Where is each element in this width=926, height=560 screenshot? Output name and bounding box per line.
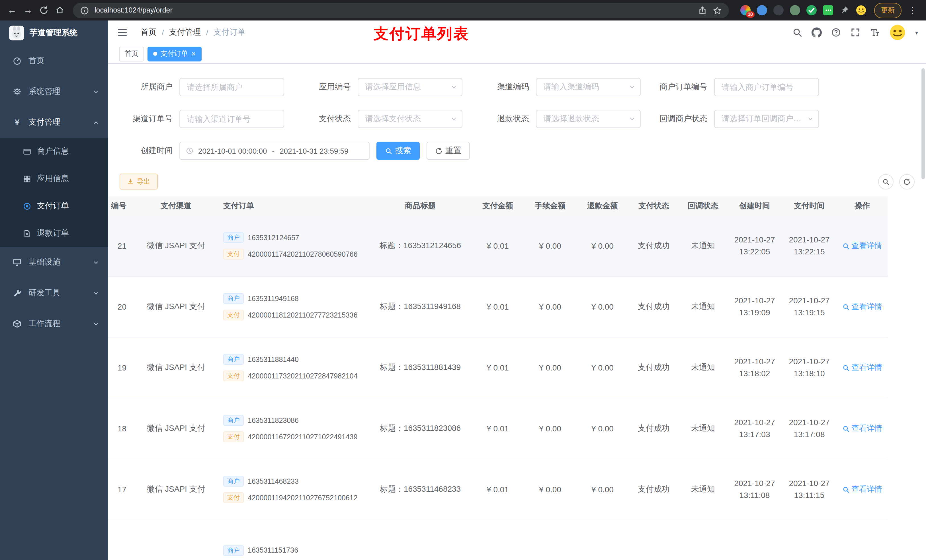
font-size-icon[interactable] xyxy=(870,27,880,38)
sidebar-item-dev-tools[interactable]: 研发工具 xyxy=(0,278,108,308)
browser-menu-button[interactable]: ⋮ xyxy=(905,5,920,15)
site-info-icon[interactable] xyxy=(80,5,89,15)
github-icon[interactable] xyxy=(811,27,822,38)
tab-home[interactable]: 首页 xyxy=(119,46,144,61)
sidebar-item-merchant-info[interactable]: 商户信息 xyxy=(0,138,108,165)
sidebar-toggle-button[interactable] xyxy=(117,27,128,38)
cell-pay-time: 2021-10-2713:22:15 xyxy=(782,216,837,276)
logo-title: 芋道管理系统 xyxy=(30,28,77,38)
chevron-up-icon xyxy=(93,119,99,125)
share-icon[interactable] xyxy=(698,5,707,15)
pay-submenu: 商户信息 应用信息 支付订单 xyxy=(0,138,108,247)
cell-channel: 微信 JSAPI 支付 xyxy=(133,459,219,519)
breadcrumb-item-pay-management[interactable]: 支付管理 xyxy=(169,27,201,38)
help-icon[interactable] xyxy=(831,27,841,38)
page-title: 支付订单列表 xyxy=(374,24,469,44)
extension-icon-blue[interactable] xyxy=(757,5,767,15)
cell-notify-status: 未通知 xyxy=(679,459,727,519)
breadcrumb-item-home[interactable]: 首页 xyxy=(141,27,157,38)
table-row: 19 微信 JSAPI 支付 商户1635311881440 支付4200001… xyxy=(108,338,888,398)
cell-pay-status xyxy=(629,520,679,560)
export-button[interactable]: 导出 xyxy=(120,174,158,190)
bookmark-star-icon[interactable] xyxy=(713,5,722,15)
app-grid-icon xyxy=(23,174,31,183)
merchant-order-no-input[interactable] xyxy=(715,78,819,96)
view-detail-link[interactable]: 查看详情 xyxy=(842,241,882,251)
cell-refund-amount: ¥ 0.00 xyxy=(576,398,629,459)
extension-icon-chat[interactable] xyxy=(823,5,833,15)
sidebar-item-pay-management[interactable]: ¥ 支付管理 xyxy=(0,107,108,138)
merchant-tag: 商户 xyxy=(223,354,244,365)
orders-table: 编号 支付渠道 支付订单 商品标题 支付金额 手续金额 退款金额 支付状态 回调… xyxy=(108,196,926,560)
filter-channel-order-no: 渠道订单号 xyxy=(111,110,289,128)
address-bar[interactable]: localhost:1024/pay/order xyxy=(73,3,729,18)
cell-id: 21 xyxy=(108,216,133,276)
browser-back-button[interactable]: ← xyxy=(6,4,18,17)
cell-channel xyxy=(133,520,219,560)
extensions-pin-icon[interactable] xyxy=(840,5,850,15)
browser-forward-button[interactable]: → xyxy=(22,4,34,17)
cell-fee-amount: ¥ 0.00 xyxy=(524,459,576,519)
cell-create-time: 2021-10-2713:11:08 xyxy=(727,459,782,519)
app-logo: 芋道管理系统 xyxy=(0,21,108,45)
user-avatar[interactable] xyxy=(889,24,906,41)
topbar: 首页 / 支付管理 / 支付订单 支付订单列表 xyxy=(108,21,926,44)
refresh-icon xyxy=(435,147,442,154)
cell-channel: 微信 JSAPI 支付 xyxy=(133,398,219,459)
page-scrollbar-thumb[interactable] xyxy=(921,68,925,179)
sidebar-item-infrastructure[interactable]: 基础设施 xyxy=(0,247,108,278)
date-range-picker[interactable]: 2021-10-01 00:00:00 - 2021-10-31 23:59:5… xyxy=(179,142,369,160)
notify-status-select[interactable]: 请选择订单回调商户状态 xyxy=(714,110,819,128)
channel-order-no-input[interactable] xyxy=(180,110,284,127)
cell-order: 商户1635311468233 支付4200001194202110276752… xyxy=(219,459,369,519)
cell-id: 18 xyxy=(108,398,133,459)
active-tab-dot xyxy=(153,52,157,56)
merchant-tag: 商户 xyxy=(223,476,244,487)
extension-icon-colorwheel[interactable]: 10 xyxy=(740,5,750,15)
document-icon xyxy=(23,229,31,238)
view-detail-link[interactable]: 查看详情 xyxy=(842,484,882,495)
box-icon xyxy=(12,319,22,328)
view-detail-link[interactable]: 查看详情 xyxy=(842,362,882,373)
cell-pay-status: 支付成功 xyxy=(629,276,679,337)
sidebar-item-refund-order[interactable]: 退款订单 xyxy=(0,220,108,247)
extension-icon-dark[interactable] xyxy=(773,5,784,15)
view-detail-link[interactable]: 查看详情 xyxy=(842,423,882,434)
reset-button[interactable]: 重置 xyxy=(427,142,470,160)
filter-merchant-order-no: 商户订单编号 xyxy=(646,78,824,96)
cell-title: 标题：1635311823086 xyxy=(369,398,472,459)
extensions-area: 10 xyxy=(736,5,871,15)
search-button[interactable]: 搜索 xyxy=(377,142,420,160)
cell-create-time: 2021-10-2713:17:03 xyxy=(727,398,782,459)
pay-status-select[interactable]: 请选择支付状态 xyxy=(358,110,462,128)
channel-code-select[interactable]: 请输入渠道编码 xyxy=(536,78,641,96)
sidebar-item-workflow[interactable]: 工作流程 xyxy=(0,308,108,339)
browser-reload-button[interactable] xyxy=(38,4,50,17)
sidebar-item-pay-order[interactable]: 支付订单 xyxy=(0,192,108,220)
extension-icon-gray-green[interactable] xyxy=(790,5,800,15)
avatar-dropdown-caret[interactable]: ▾ xyxy=(915,29,918,36)
breadcrumb-item-pay-order: 支付订单 xyxy=(213,27,245,38)
browser-update-button[interactable]: 更新 xyxy=(874,3,902,18)
wrench-icon xyxy=(12,288,22,297)
search-icon[interactable] xyxy=(792,27,802,38)
sidebar-item-app-info[interactable]: 应用信息 xyxy=(0,165,108,192)
cell-fee-amount: ¥ 0.00 xyxy=(524,216,576,276)
refresh-table-button[interactable] xyxy=(899,174,915,189)
cell-pay-status: 支付成功 xyxy=(629,338,679,398)
tab-close-icon[interactable]: × xyxy=(191,50,196,57)
extension-icon-check[interactable] xyxy=(806,5,817,15)
merchant-input[interactable] xyxy=(180,78,284,96)
view-detail-link[interactable]: 查看详情 xyxy=(842,302,882,312)
browser-home-button[interactable] xyxy=(53,4,66,17)
fullscreen-icon[interactable] xyxy=(850,27,861,38)
filter-row-1: 所属商户 应用编号 请选择应用信息 渠道编码 请输入渠道编码 xyxy=(108,78,926,96)
sidebar-item-system[interactable]: 系统管理 xyxy=(0,76,108,107)
extension-icon-emoji[interactable] xyxy=(856,5,866,15)
sidebar-item-home[interactable]: 首页 xyxy=(0,45,108,76)
toggle-search-button[interactable] xyxy=(878,174,894,189)
tab-pay-order[interactable]: 支付订单 × xyxy=(147,46,201,61)
chevron-down-icon xyxy=(629,116,635,122)
refund-status-select[interactable]: 请选择退款状态 xyxy=(536,110,641,128)
app-id-select[interactable]: 请选择应用信息 xyxy=(358,78,462,96)
